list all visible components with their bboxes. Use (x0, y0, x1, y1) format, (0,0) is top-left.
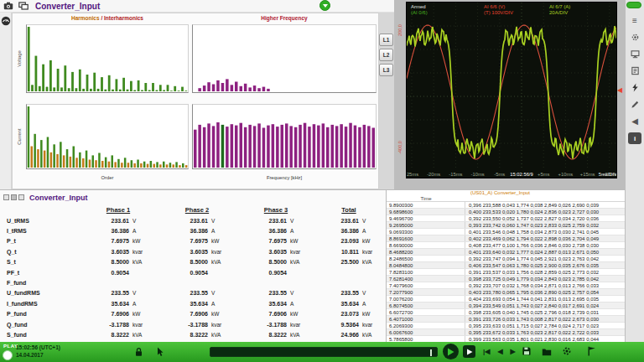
measurement-unit: V (129, 218, 158, 224)
play-mode-button[interactable] (463, 345, 475, 358)
report-icon[interactable] (628, 65, 641, 76)
data-row[interactable]: 6.40710000,391 233,726 0,033 1,743 0,008… (387, 316, 625, 323)
data-values-cell: 0,392 233,550 0,052 1,737 0,022 2,827 0,… (465, 216, 625, 221)
scope-status-sub: (AI 0/6) (411, 10, 428, 16)
voltage-axis-label: Voltage (17, 50, 22, 66)
measurement-value: 36.386 (158, 228, 208, 234)
gear-icon[interactable] (628, 32, 641, 43)
step-back-button[interactable]: ◀ (497, 348, 502, 355)
data-row[interactable]: 8.24865000,392 233,747 0,094 1,774 0,045… (387, 256, 625, 262)
measurement-unit: A (129, 228, 158, 234)
measurement-row: F_fund (2, 277, 384, 287)
data-row[interactable]: 6.80745000,394 233,549 0,051 1,743 0,027… (387, 303, 625, 309)
screens-icon[interactable] (18, 1, 29, 11)
measurement-unit: kVA (359, 259, 382, 265)
data-row[interactable]: 6.60727000,398 233,605 0,040 1,745 0,025… (387, 309, 625, 316)
folder-icon[interactable] (542, 347, 552, 356)
data-row[interactable]: 9.89003000,396 233,588 0,043 1,774 0,038… (387, 202, 625, 209)
measurement-name: Q_fund (2, 322, 79, 328)
scope-channel1-scale: (T) 100V/DIV (484, 10, 513, 16)
measurement-unit: kW (287, 238, 315, 244)
data-row[interactable]: 6.20693000,395 233,633 0,051 1,715 0,027… (387, 323, 625, 329)
data-values-cell: 0,392 233,707 0,032 1,768 0,034 2,871 0,… (465, 283, 625, 288)
phase-button-l1[interactable]: L1 (379, 34, 393, 46)
menu-icon[interactable]: ≡ (628, 15, 641, 26)
column-header: Phase 3 (236, 206, 315, 214)
timeline-scrubber[interactable] (210, 347, 438, 357)
measurement-name: PF_t (2, 270, 79, 276)
measurement-unit: kVA (359, 332, 382, 338)
data-row[interactable]: 8.86916000,402 233,469 0,062 1,794 0,022… (387, 235, 625, 242)
skip-start-button[interactable]: |◀ (483, 348, 490, 355)
timeline-position-marker[interactable] (430, 349, 432, 356)
measurement-name: U_fundRMS (2, 290, 79, 296)
data-time-cell: 9.2695000 (387, 222, 465, 228)
lock-icon[interactable] (134, 347, 143, 357)
table-view-icon[interactable] (3, 194, 9, 200)
time-tick: 15:02:56/9 (510, 172, 532, 177)
measurement-value: 7.6975 (79, 238, 129, 244)
measurement-name: P_t (2, 238, 79, 244)
measurement-unit: A (208, 228, 236, 234)
data-row[interactable]: 7.40796000,392 233,707 0,032 1,768 0,034… (387, 282, 625, 289)
data-row[interactable]: 8.04848000,406 233,547 0,063 1,780 0,025… (387, 262, 625, 269)
data-values-cell: 0,400 233,533 0,020 1,780 0,024 2,836 0,… (465, 209, 625, 215)
pen-icon[interactable] (628, 99, 641, 110)
data-time-cell: 8.4688200 (387, 249, 465, 255)
harmonics-title: Harmonics / Interharmonics (26, 15, 189, 21)
trigger-marker-icon[interactable]: ◀ (617, 87, 622, 94)
measurement-name: I_fundRMS (2, 301, 79, 307)
sync-icon[interactable] (562, 346, 572, 356)
measurement-unit: kW (359, 311, 382, 317)
data-row[interactable]: 9.46967000,392 233,550 0,052 1,737 0,022… (387, 215, 625, 222)
data-time-cell: 6.4071000 (387, 316, 465, 322)
data-row[interactable]: 9.06933000,401 233,546 0,048 1,758 0,034… (387, 229, 625, 235)
flag-icon[interactable] (587, 346, 596, 356)
data-row[interactable]: 8.66900000,408 233,477 0,100 1,766 0,036… (387, 242, 625, 249)
data-row[interactable]: 6.00676000,395 233,672 0,033 1,763 0,023… (387, 329, 625, 336)
split-view-icon[interactable] (11, 194, 17, 200)
measurement-value: 0.9054 (79, 270, 129, 276)
measurement-value: 233.55 (236, 290, 287, 296)
step-forward-button[interactable]: ▶ (511, 348, 516, 355)
measurement-unit: V (208, 218, 236, 224)
measurement-row: I_fundRMS35.634A35.634A35.634A35.634A (2, 298, 384, 308)
data-row[interactable]: 8.46882000,401 233,640 0,032 1,777 0,024… (387, 249, 625, 256)
measurement-unit: kW (129, 238, 158, 244)
data-row[interactable]: 9.68986000,400 233,533 0,020 1,780 0,024… (387, 209, 625, 215)
data-row[interactable]: 9.26950000,393 233,742 0,060 1,747 0,023… (387, 222, 625, 229)
measurement-value: 35.634 (79, 301, 129, 307)
display-icon[interactable] (628, 49, 641, 59)
measurement-value: 8.3222 (158, 332, 208, 338)
data-row[interactable]: 7.82831000,391 233,537 0,033 1,756 0,028… (387, 269, 625, 276)
time-tick: +15ms (580, 172, 595, 177)
info-icon[interactable]: i (628, 132, 641, 144)
data-values-cell: 0,399 233,563 0,035 1,801 0,021 2,830 0,… (465, 337, 625, 342)
play-button[interactable] (443, 344, 459, 359)
measurement-value: 233.61 (236, 218, 287, 224)
measurement-unit: A (208, 301, 236, 307)
data-row[interactable]: 7.62814000,398 233,725 0,049 1,779 0,034… (387, 276, 625, 282)
collapse-icon[interactable]: ◀ (628, 116, 641, 127)
status-pill (626, 2, 641, 8)
data-time-cell: 7.8283100 (387, 269, 465, 275)
measurement-row: Q_fund-3.1788kvar-3.1788kvar-3.1788kvar9… (2, 319, 384, 329)
data-values-cell: 0,394 233,549 0,051 1,743 0,027 2,840 0,… (465, 303, 625, 308)
measurement-unit: kvar (287, 249, 315, 255)
data-row[interactable]: 5.78658000,399 233,563 0,035 1,801 0,021… (387, 336, 625, 342)
page-title: Converter_Input (35, 2, 100, 11)
lightning-icon[interactable] (628, 82, 641, 93)
layout-view-icon[interactable] (18, 194, 24, 200)
data-row[interactable]: 7.20779000,403 233,780 0,065 1,795 0,036… (387, 289, 625, 296)
cursor-icon[interactable] (156, 347, 164, 357)
data-row[interactable]: 7.00762000,404 233,693 0,054 1,744 0,041… (387, 296, 625, 303)
save-icon (522, 346, 532, 356)
phase-button-l3[interactable]: L3 (379, 64, 393, 76)
measurement-value: 233.55 (315, 290, 359, 296)
channel-header-label: (US01_A) Converter_Input (470, 190, 530, 195)
gauge-icon[interactable] (0, 16, 12, 26)
phase-button-l2[interactable]: L2 (379, 49, 393, 61)
save-ic[interactable] (522, 346, 532, 356)
camera-icon[interactable] (3, 1, 14, 11)
online-indicator[interactable] (319, 0, 330, 11)
